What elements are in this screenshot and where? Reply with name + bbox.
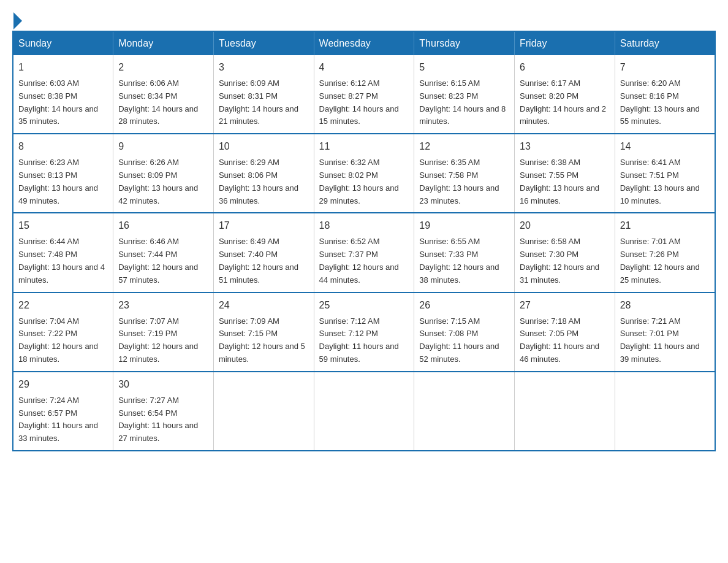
calendar-cell: 3 Sunrise: 6:09 AMSunset: 8:31 PMDayligh… [213, 55, 314, 134]
day-number: 7 [620, 60, 710, 75]
day-info: Sunrise: 6:23 AMSunset: 8:13 PMDaylight:… [18, 158, 98, 205]
day-info: Sunrise: 6:06 AMSunset: 8:34 PMDaylight:… [118, 79, 198, 126]
day-number: 4 [319, 60, 409, 75]
day-number: 9 [118, 139, 208, 154]
day-number: 5 [419, 60, 509, 75]
day-number: 24 [219, 298, 309, 313]
day-number: 28 [620, 298, 710, 313]
day-info: Sunrise: 6:41 AMSunset: 7:51 PMDaylight:… [620, 158, 700, 205]
day-number: 21 [620, 218, 710, 233]
day-info: Sunrise: 7:07 AMSunset: 7:19 PMDaylight:… [118, 316, 198, 364]
page-header [12, 12, 716, 25]
calendar-cell: 16 Sunrise: 6:46 AMSunset: 7:44 PMDaylig… [113, 213, 214, 292]
day-info: Sunrise: 6:32 AMSunset: 8:02 PMDaylight:… [319, 158, 399, 205]
day-number: 1 [18, 60, 108, 75]
day-info: Sunrise: 7:24 AMSunset: 6:57 PMDaylight:… [18, 396, 98, 443]
calendar-cell: 24 Sunrise: 7:09 AMSunset: 7:15 PMDaylig… [213, 293, 314, 372]
calendar-cell: 19 Sunrise: 6:55 AMSunset: 7:33 PMDaylig… [414, 213, 515, 292]
weekday-header-wednesday: Wednesday [314, 31, 414, 55]
day-number: 11 [319, 139, 409, 154]
calendar-week-3: 15 Sunrise: 6:44 AMSunset: 7:48 PMDaylig… [13, 213, 715, 292]
calendar-cell: 5 Sunrise: 6:15 AMSunset: 8:23 PMDayligh… [414, 55, 515, 134]
calendar-week-2: 8 Sunrise: 6:23 AMSunset: 8:13 PMDayligh… [13, 134, 715, 213]
weekday-header-sunday: Sunday [13, 31, 113, 55]
day-number: 14 [620, 139, 710, 154]
day-number: 10 [219, 139, 309, 154]
day-info: Sunrise: 6:09 AMSunset: 8:31 PMDaylight:… [219, 79, 298, 126]
calendar-week-5: 29 Sunrise: 7:24 AMSunset: 6:57 PMDaylig… [13, 372, 715, 451]
day-info: Sunrise: 6:35 AMSunset: 7:58 PMDaylight:… [419, 158, 499, 205]
calendar-cell [213, 372, 314, 451]
calendar-week-1: 1 Sunrise: 6:03 AMSunset: 8:38 PMDayligh… [13, 55, 715, 134]
day-info: Sunrise: 6:49 AMSunset: 7:40 PMDaylight:… [219, 237, 298, 284]
day-info: Sunrise: 7:04 AMSunset: 7:22 PMDaylight:… [18, 316, 98, 364]
day-info: Sunrise: 6:52 AMSunset: 7:37 PMDaylight:… [319, 237, 399, 284]
calendar-cell [414, 372, 515, 451]
day-number: 2 [118, 60, 208, 75]
calendar-cell [314, 372, 414, 451]
day-info: Sunrise: 7:21 AMSunset: 7:01 PMDaylight:… [620, 316, 700, 364]
day-info: Sunrise: 6:29 AMSunset: 8:06 PMDaylight:… [219, 158, 298, 205]
weekday-header-friday: Friday [515, 31, 615, 55]
calendar-cell: 20 Sunrise: 6:58 AMSunset: 7:30 PMDaylig… [515, 213, 615, 292]
day-number: 6 [520, 60, 610, 75]
day-number: 3 [219, 60, 309, 75]
day-number: 19 [419, 218, 509, 233]
day-info: Sunrise: 7:15 AMSunset: 7:08 PMDaylight:… [419, 316, 499, 364]
calendar-cell: 22 Sunrise: 7:04 AMSunset: 7:22 PMDaylig… [13, 293, 113, 372]
day-info: Sunrise: 7:12 AMSunset: 7:12 PMDaylight:… [319, 316, 399, 364]
day-info: Sunrise: 7:09 AMSunset: 7:15 PMDaylight:… [219, 316, 305, 364]
day-info: Sunrise: 6:20 AMSunset: 8:16 PMDaylight:… [620, 79, 700, 126]
day-number: 29 [18, 377, 108, 392]
calendar-cell: 30 Sunrise: 7:27 AMSunset: 6:54 PMDaylig… [113, 372, 214, 451]
calendar-cell [615, 372, 715, 451]
calendar-cell: 26 Sunrise: 7:15 AMSunset: 7:08 PMDaylig… [414, 293, 515, 372]
calendar-cell: 8 Sunrise: 6:23 AMSunset: 8:13 PMDayligh… [13, 134, 113, 213]
weekday-header-saturday: Saturday [615, 31, 715, 55]
calendar-cell: 21 Sunrise: 7:01 AMSunset: 7:26 PMDaylig… [615, 213, 715, 292]
calendar-cell: 4 Sunrise: 6:12 AMSunset: 8:27 PMDayligh… [314, 55, 414, 134]
day-info: Sunrise: 6:15 AMSunset: 8:23 PMDaylight:… [419, 79, 506, 126]
day-info: Sunrise: 6:46 AMSunset: 7:44 PMDaylight:… [118, 237, 198, 284]
day-info: Sunrise: 6:38 AMSunset: 7:55 PMDaylight:… [520, 158, 599, 205]
calendar-table: SundayMondayTuesdayWednesdayThursdayFrid… [12, 31, 716, 451]
day-info: Sunrise: 6:44 AMSunset: 7:48 PMDaylight:… [18, 237, 105, 284]
day-number: 30 [118, 377, 208, 392]
day-info: Sunrise: 6:17 AMSunset: 8:20 PMDaylight:… [520, 79, 606, 126]
calendar-week-4: 22 Sunrise: 7:04 AMSunset: 7:22 PMDaylig… [13, 293, 715, 372]
calendar-cell: 12 Sunrise: 6:35 AMSunset: 7:58 PMDaylig… [414, 134, 515, 213]
calendar-cell: 6 Sunrise: 6:17 AMSunset: 8:20 PMDayligh… [515, 55, 615, 134]
weekday-header-tuesday: Tuesday [213, 31, 314, 55]
day-info: Sunrise: 6:12 AMSunset: 8:27 PMDaylight:… [319, 79, 399, 126]
day-number: 12 [419, 139, 509, 154]
day-info: Sunrise: 6:55 AMSunset: 7:33 PMDaylight:… [419, 237, 499, 284]
day-info: Sunrise: 6:03 AMSunset: 8:38 PMDaylight:… [18, 79, 98, 126]
day-number: 22 [18, 298, 108, 313]
calendar-cell [515, 372, 615, 451]
calendar-cell: 28 Sunrise: 7:21 AMSunset: 7:01 PMDaylig… [615, 293, 715, 372]
day-number: 15 [18, 218, 108, 233]
day-info: Sunrise: 6:26 AMSunset: 8:09 PMDaylight:… [118, 158, 198, 205]
day-number: 18 [319, 218, 409, 233]
calendar-cell: 27 Sunrise: 7:18 AMSunset: 7:05 PMDaylig… [515, 293, 615, 372]
day-info: Sunrise: 7:27 AMSunset: 6:54 PMDaylight:… [118, 396, 198, 443]
calendar-cell: 23 Sunrise: 7:07 AMSunset: 7:19 PMDaylig… [113, 293, 214, 372]
day-number: 13 [520, 139, 610, 154]
calendar-cell: 29 Sunrise: 7:24 AMSunset: 6:57 PMDaylig… [13, 372, 113, 451]
day-number: 27 [520, 298, 610, 313]
calendar-cell: 17 Sunrise: 6:49 AMSunset: 7:40 PMDaylig… [213, 213, 314, 292]
calendar-cell: 9 Sunrise: 6:26 AMSunset: 8:09 PMDayligh… [113, 134, 214, 213]
calendar-cell: 18 Sunrise: 6:52 AMSunset: 7:37 PMDaylig… [314, 213, 414, 292]
calendar-cell: 11 Sunrise: 6:32 AMSunset: 8:02 PMDaylig… [314, 134, 414, 213]
day-number: 23 [118, 298, 208, 313]
calendar-cell: 2 Sunrise: 6:06 AMSunset: 8:34 PMDayligh… [113, 55, 214, 134]
logo [12, 12, 23, 25]
day-number: 20 [520, 218, 610, 233]
day-number: 16 [118, 218, 208, 233]
calendar-cell: 13 Sunrise: 6:38 AMSunset: 7:55 PMDaylig… [515, 134, 615, 213]
day-info: Sunrise: 6:58 AMSunset: 7:30 PMDaylight:… [520, 237, 599, 284]
weekday-header-monday: Monday [113, 31, 214, 55]
calendar-cell: 1 Sunrise: 6:03 AMSunset: 8:38 PMDayligh… [13, 55, 113, 134]
day-info: Sunrise: 7:18 AMSunset: 7:05 PMDaylight:… [520, 316, 599, 364]
day-number: 25 [319, 298, 409, 313]
